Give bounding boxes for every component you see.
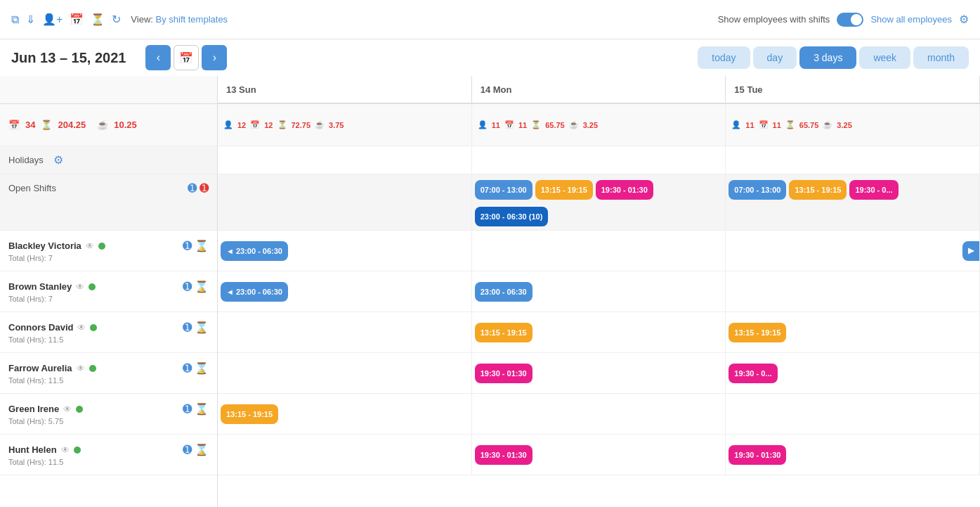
coffee-val-1: 3.25 <box>583 121 598 129</box>
people-val-0: 12 <box>237 121 246 129</box>
refresh-icon[interactable]: ↻ <box>112 13 121 26</box>
clock-icon[interactable]: ⏳ <box>91 13 105 26</box>
grid-employee-row-0: ◄ 23:00 - 06:30▶ <box>218 231 980 271</box>
shift-block-1-1[interactable]: 23:00 - 06:30 <box>475 282 533 302</box>
clock-stat-icon: ⏳ <box>41 120 52 130</box>
copy-icon[interactable]: ⧉ <box>11 13 19 26</box>
employee-clock-icon-1[interactable]: ⌛ <box>195 280 209 293</box>
grid-cell-5-1: 19:30 - 01:30 <box>472 435 726 475</box>
employee-name-0: Blackley Victoria <box>8 240 81 251</box>
shift-block-3-1[interactable]: 19:30 - 01:30 <box>475 364 533 383</box>
day-stats-1: 👤 11 📅 11 ⏳ 65.75 ☕ 3.25 <box>472 104 726 146</box>
calendar-icon[interactable]: 📅 <box>70 13 84 26</box>
employee-visibility-icon-1[interactable]: 👁 <box>76 282 84 292</box>
period-buttons: today day 3 days week month <box>698 46 969 69</box>
shift-block-3-2[interactable]: 19:30 - 0... <box>729 364 777 383</box>
grid-employee-row-5: 19:30 - 01:3019:30 - 01:30 <box>218 435 980 475</box>
shift-block-overflow-0[interactable]: ▶ <box>962 241 979 261</box>
period-today-button[interactable]: today <box>698 46 750 69</box>
open-shift-block-19-tue[interactable]: 19:30 - 0... <box>849 180 898 200</box>
employee-clock-icon-2[interactable]: ⌛ <box>195 321 209 334</box>
day-stats-row: 👤 12 📅 12 ⏳ 72.75 ☕ 3.75 👤 11 📅 11 ⏳ 65.… <box>218 104 980 146</box>
open-shift-block-07[interactable]: 07:00 - 13:00 <box>475 180 533 200</box>
holidays-cell-0 <box>218 146 472 174</box>
employee-clock-icon-0[interactable]: ⌛ <box>195 239 209 252</box>
open-shift-block-07-tue[interactable]: 07:00 - 13:00 <box>729 180 786 200</box>
employee-clock-icon-3[interactable]: ⌛ <box>195 361 209 375</box>
period-day-button[interactable]: day <box>753 46 797 69</box>
view-label: View: By shift templates <box>131 14 228 25</box>
download-icon[interactable]: ⇓ <box>26 13 35 26</box>
calendar-picker-button[interactable]: 📅 <box>174 45 199 70</box>
people-val-1: 11 <box>492 121 500 129</box>
settings-gear-icon[interactable]: ⚙ <box>959 13 969 26</box>
grid-area: 13 Sun 14 Mon 15 Tue 👤 12 📅 12 ⏳ 72.75 ☕… <box>218 76 980 507</box>
grid-cell-1-0: ◄ 23:00 - 06:30 <box>218 271 472 312</box>
shift-block-5-2[interactable]: 19:30 - 01:30 <box>729 445 786 465</box>
employee-add-icon-1[interactable]: ➊ <box>183 280 192 293</box>
open-shift-block-13[interactable]: 13:15 - 19:15 <box>535 180 593 200</box>
show-all-employees-link[interactable]: Show all employees <box>870 14 952 25</box>
next-button[interactable]: › <box>202 45 227 70</box>
grid-cell-4-1 <box>472 394 726 434</box>
shift-block-0-0[interactable]: ◄ 23:00 - 06:30 <box>221 241 288 261</box>
shift-block-4-0[interactable]: 13:15 - 19:15 <box>221 404 278 424</box>
employee-status-dot-0 <box>98 243 105 250</box>
period-week-button[interactable]: week <box>859 46 910 69</box>
employee-total-hrs-0: Total (Hrs): 7 <box>8 254 209 262</box>
sidebar-employee-4: Green Irene 👁 ➊ ⌛ Total (Hrs): 5.75 <box>0 394 217 435</box>
employee-visibility-icon-2[interactable]: 👁 <box>77 323 86 333</box>
employee-visibility-icon-0[interactable]: 👁 <box>86 241 94 251</box>
employee-add-icon-0[interactable]: ➊ <box>183 239 192 252</box>
employee-name-1: Brown Stanley <box>8 281 72 292</box>
date-nav: Jun 13 – 15, 2021 ‹ 📅 › today day 3 days… <box>0 39 980 76</box>
employee-clock-icon-5[interactable]: ⌛ <box>195 443 209 456</box>
open-shifts-grid-row: 07:00 - 13:00 13:15 - 19:15 19:30 - 01:3… <box>218 174 980 231</box>
employee-status-dot-5 <box>74 447 81 454</box>
employee-add-icon-2[interactable]: ➊ <box>183 321 192 334</box>
employee-name-4: Green Irene <box>8 404 59 414</box>
grid-cell-2-0 <box>218 312 472 352</box>
people-icon-2: 👤 <box>731 120 741 129</box>
employee-total-hrs-4: Total (Hrs): 5.75 <box>8 417 209 425</box>
open-shifts-add-icon[interactable]: ➊ <box>188 181 197 195</box>
clock-icon-2: ⏳ <box>785 120 795 129</box>
clock-stat-value: 204.25 <box>58 120 86 130</box>
grid-cell-0-0: ◄ 23:00 - 06:30 <box>218 231 472 271</box>
employee-status-dot-3 <box>89 365 96 372</box>
open-shift-block-23[interactable]: 23:00 - 06:30 (10) <box>475 207 549 226</box>
employee-add-icon-3[interactable]: ➊ <box>183 361 192 375</box>
period-3days-button[interactable]: 3 days <box>799 46 856 69</box>
employee-visibility-icon-3[interactable]: 👁 <box>77 364 85 373</box>
employee-add-icon-4[interactable]: ➊ <box>183 402 192 416</box>
holidays-cell-1 <box>472 146 726 174</box>
prev-button[interactable]: ‹ <box>145 45 171 70</box>
shift-block-5-1[interactable]: 19:30 - 01:30 <box>475 445 533 465</box>
open-shifts-label: Open Shifts <box>8 183 56 193</box>
open-shift-block-13-tue[interactable]: 13:15 - 19:15 <box>789 180 847 200</box>
open-shifts-remove-icon[interactable]: ➊ <box>200 181 209 195</box>
shift-block-2-1[interactable]: 13:15 - 19:15 <box>475 323 533 342</box>
shift-block-2-2[interactable]: 13:15 - 19:15 <box>729 323 786 342</box>
employee-add-icon-5[interactable]: ➊ <box>183 443 192 456</box>
open-shifts-cell-2: 07:00 - 13:00 13:15 - 19:15 19:30 - 0... <box>726 174 980 230</box>
clock-icon-0: ⏳ <box>277 120 287 129</box>
shift-block-1-0[interactable]: ◄ 23:00 - 06:30 <box>221 282 288 302</box>
show-employees-toggle[interactable] <box>837 13 863 27</box>
employee-visibility-icon-4[interactable]: 👁 <box>63 404 72 414</box>
clock-val-0: 72.75 <box>292 121 311 129</box>
employee-total-hrs-2: Total (Hrs): 11.5 <box>8 335 209 344</box>
employee-clock-icon-4[interactable]: ⌛ <box>195 402 209 416</box>
holidays-grid-row <box>218 146 980 174</box>
add-employee-icon[interactable]: 👤+ <box>42 13 63 26</box>
sidebar-employee-5: Hunt Helen 👁 ➊ ⌛ Total (Hrs): 11.5 <box>0 435 217 475</box>
clock-val-1: 65.75 <box>545 121 565 129</box>
show-employees-label: Show employees with shifts <box>718 14 830 25</box>
period-month-button[interactable]: month <box>913 46 969 69</box>
open-shift-block-19[interactable]: 19:30 - 01:30 <box>596 180 653 200</box>
coffee-icon-2: ☕ <box>823 120 832 129</box>
coffee-val-0: 3.75 <box>329 121 344 129</box>
open-shifts-cell-1: 07:00 - 13:00 13:15 - 19:15 19:30 - 01:3… <box>472 174 726 230</box>
employee-name-2: Connors David <box>8 322 73 333</box>
employee-visibility-icon-5[interactable]: 👁 <box>61 445 70 455</box>
